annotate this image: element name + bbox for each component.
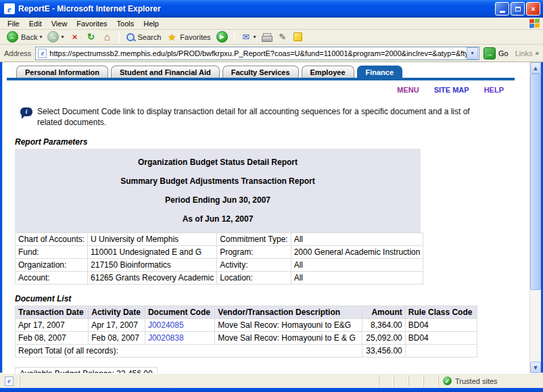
param-row: Organization: 217150 Bioinformatics Acti… <box>16 259 423 272</box>
param-value: All <box>291 233 423 246</box>
param-row: Chart of Accounts: U University of Memph… <box>16 233 423 246</box>
address-bar: Address e ▾ → Go Links » <box>0 45 543 62</box>
scrollbar-track[interactable] <box>530 74 541 362</box>
address-dropdown-button[interactable]: ▾ <box>467 47 478 59</box>
tab-row: Personal Information Student and Financi… <box>3 62 529 78</box>
ie-app-icon: e <box>4 3 15 14</box>
security-zone-pane: ✓ Trusted sites <box>438 376 541 387</box>
menu-file[interactable]: File <box>3 18 24 29</box>
home-icon: ⌂ <box>102 32 113 43</box>
document-list-heading: Document List <box>3 285 529 305</box>
print-icon <box>262 33 272 41</box>
menu-tools[interactable]: Tools <box>112 18 139 29</box>
param-row: Fund: 110001 Undesignated E and G Progra… <box>16 246 423 259</box>
document-code-link[interactable]: J0024085 <box>148 320 184 330</box>
param-label: Fund: <box>16 246 88 259</box>
param-value: 217150 Bioinformatics <box>88 259 217 272</box>
forward-dropdown-icon[interactable]: ▾ <box>61 34 64 40</box>
search-label: Search <box>138 33 162 41</box>
scrollbar-thumb[interactable] <box>530 74 541 290</box>
toolbar-separator <box>119 31 120 43</box>
security-zone-label: Trusted sites <box>455 377 498 385</box>
tab-student-financial-aid[interactable]: Student and Financial Aid <box>111 66 220 78</box>
info-text: Select Document Code link to display tra… <box>37 106 489 128</box>
cell-rule-class-code: BD04 <box>405 332 477 345</box>
windows-logo-icon <box>529 18 540 28</box>
menu-help[interactable]: Help <box>139 18 164 29</box>
tab-personal-information[interactable]: Personal Information <box>16 66 108 78</box>
report-parameters-heading: Report Parameters <box>3 128 529 149</box>
stop-button[interactable]: × <box>67 31 83 43</box>
minimize-button[interactable] <box>495 2 509 16</box>
param-label: Account: <box>16 272 88 285</box>
table-row: Feb 08, 2007 Feb 08, 2007 J0020838 Move … <box>16 332 477 345</box>
status-pane <box>408 376 423 387</box>
back-label: Back <box>21 33 37 41</box>
links-chevron-icon: » <box>535 49 539 57</box>
report-total-row: Report Total (of all records): 33,456.00 <box>16 345 477 358</box>
param-value: U University of Memphis <box>88 233 217 246</box>
document-list-header-row: Transaction Date Activity Date Document … <box>16 306 477 319</box>
col-description: Vendor/Transaction Description <box>215 306 362 319</box>
tab-finance[interactable]: Finance <box>357 66 403 78</box>
status-page-icon-pane: e <box>2 376 20 387</box>
param-value: 2000 General Academic Instruction <box>291 246 423 259</box>
address-field: e ▾ <box>35 47 479 60</box>
report-total-label: Report Total (of all records): <box>16 345 362 358</box>
mail-button[interactable]: ✉ ▾ <box>238 31 259 43</box>
back-dropdown-icon[interactable]: ▾ <box>39 34 42 40</box>
menu-link[interactable]: MENU <box>397 86 419 94</box>
status-pane <box>379 376 394 387</box>
help-link[interactable]: HELP <box>484 86 504 94</box>
go-button[interactable]: → Go <box>483 47 509 59</box>
print-button[interactable] <box>259 32 275 42</box>
param-label: Organization: <box>16 259 88 272</box>
toolbar-separator-2 <box>234 31 235 43</box>
param-label: Location: <box>217 272 291 285</box>
cell-document-code: J0024085 <box>145 319 214 332</box>
back-button[interactable]: ← Back ▾ <box>4 30 45 43</box>
scroll-up-button[interactable]: ▲ <box>530 62 541 74</box>
scroll-down-button[interactable]: ▼ <box>530 362 541 373</box>
report-title-line: Summary Budget Adjustments Transaction R… <box>15 172 421 191</box>
forward-button[interactable]: → ▾ <box>45 30 66 43</box>
refresh-button[interactable]: ↻ <box>83 31 99 43</box>
go-arrow-icon: → <box>483 47 496 59</box>
col-transaction-date: Transaction Date <box>16 306 89 319</box>
cell-document-code: J0020838 <box>145 332 214 345</box>
discuss-button[interactable] <box>291 32 305 42</box>
forward-icon: → <box>47 31 59 43</box>
menu-view[interactable]: View <box>47 18 72 29</box>
page-content: Personal Information Student and Financi… <box>2 62 529 373</box>
search-button[interactable]: Search <box>123 32 164 43</box>
site-map-link[interactable]: SITE MAP <box>434 86 469 94</box>
param-label: Activity: <box>217 259 291 272</box>
tab-faculty-services[interactable]: Faculty Services <box>222 66 299 78</box>
document-code-link[interactable]: J0020838 <box>148 333 184 343</box>
restore-icon <box>515 7 521 11</box>
available-budget-balance: Available Budget Balance: 33,456.00 <box>15 367 158 373</box>
vertical-scrollbar[interactable]: ▲ ▼ <box>529 62 541 373</box>
document-list-table: Transaction Date Activity Date Document … <box>15 305 477 358</box>
edit-button[interactable]: ✎ <box>275 31 291 43</box>
close-button[interactable]: × <box>526 2 540 16</box>
report-title-line: As of Jun 12, 2007 <box>15 210 421 228</box>
cell-amount: 25,092.00 <box>362 332 405 345</box>
links-toolbar[interactable]: Links » <box>515 49 539 57</box>
nav-links: MENU SITE MAP HELP <box>3 80 529 97</box>
param-label: Program: <box>217 246 291 259</box>
mail-icon: ✉ <box>241 32 252 43</box>
menu-favorites[interactable]: Favorites <box>72 18 112 29</box>
restore-button[interactable] <box>511 2 525 16</box>
param-label: Chart of Accounts: <box>16 233 88 246</box>
mail-dropdown-icon[interactable]: ▾ <box>254 34 256 40</box>
address-label: Address <box>4 49 31 57</box>
menu-edit[interactable]: Edit <box>24 18 47 29</box>
favorites-button[interactable]: ★ Favorites <box>164 31 213 43</box>
cell-rule-class-code: BD04 <box>405 319 477 332</box>
tab-employee[interactable]: Employee <box>302 66 354 78</box>
media-button[interactable]: ▶ <box>214 30 231 43</box>
address-input[interactable] <box>49 49 467 57</box>
home-button[interactable]: ⌂ <box>99 31 116 43</box>
cell-description: Move Sal Recov: Homayouni to E&G <box>215 319 362 332</box>
